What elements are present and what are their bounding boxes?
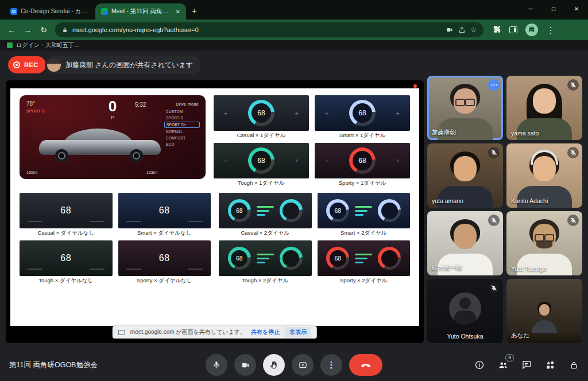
more-options-button[interactable]: ⋮: [320, 354, 342, 376]
person-face: [454, 224, 477, 249]
reload-button[interactable]: ↻: [39, 25, 48, 34]
secondary-dial-center: [381, 250, 398, 267]
eco-bars: [355, 254, 372, 263]
chat-panel-icon[interactable]: [520, 359, 533, 371]
speed-value: 68: [252, 151, 271, 170]
browser-menu-icon[interactable]: ⋮: [546, 25, 555, 36]
dashboard-thumbnail: 68Smart × ダイヤルなし: [118, 193, 211, 237]
meeting-details-icon[interactable]: [473, 359, 486, 371]
speed-value: 68: [60, 205, 71, 216]
thumbnail-caption: Casual × ダイヤルなし: [20, 228, 113, 237]
person-body: [517, 118, 572, 140]
new-tab-button[interactable]: +: [192, 6, 197, 15]
drive-mode-option: SPORT S+: [164, 122, 200, 128]
person-face: [533, 88, 556, 114]
person-face: [454, 156, 477, 181]
bookmark-item[interactable]: ログイン・大和町五丁...: [16, 41, 79, 49]
tab-meet[interactable]: Meet - 第11回 両角研OGOB勉 ✕: [95, 3, 186, 20]
activities-icon[interactable]: [544, 359, 556, 371]
tick-mark: [126, 221, 141, 222]
participant-tile[interactable]: Yuto Ohtsuka: [427, 279, 503, 343]
share-icon[interactable]: [458, 26, 466, 34]
participant-tile[interactable]: 加藤康朝⋯: [427, 76, 503, 140]
tick-mark: [126, 269, 141, 270]
present-screen-button[interactable]: [292, 354, 314, 376]
eco-bar: [257, 206, 274, 208]
dashboard-image: 68: [318, 240, 411, 276]
tab-close-icon[interactable]: ✕: [176, 9, 180, 15]
person-body: [517, 186, 572, 208]
dashboard-image: 68: [219, 240, 312, 276]
stop-sharing-button[interactable]: 共有を停止: [251, 328, 280, 336]
tab-label: Meet - 第11回 両角研OGOB勉: [111, 7, 172, 15]
eco-bars: [257, 206, 274, 216]
speed-dial: 68: [248, 147, 274, 174]
meeting-title: 第11回 両角研OGOB勉強会: [9, 360, 98, 370]
lock-icon: [62, 27, 68, 33]
hero-speed: 0: [109, 98, 117, 115]
person-face: [533, 156, 556, 181]
person-face: [454, 88, 477, 114]
mic-muted-icon: [488, 215, 500, 226]
participant-tile[interactable]: あなた: [506, 279, 582, 343]
dashboard-image: 68: [118, 193, 211, 228]
secondary-dial-center: [283, 250, 299, 267]
drive-mode-list: CUSTOMSPORT SSPORT S+NORMALCOMFORTECO: [164, 109, 200, 147]
cast-icon: [118, 330, 125, 335]
eco-bar: [257, 210, 269, 212]
glasses-icon: [455, 99, 475, 104]
people-panel-icon[interactable]: 9: [497, 359, 509, 371]
screenshare-banner: 加藤康朝 さんの画面が共有されています: [45, 56, 201, 74]
participant-tile[interactable]: 鈴木悠一朗: [427, 211, 503, 275]
rec-label: REC: [24, 61, 38, 68]
dashboard-thumbnail: 68Sporty × ダイヤルなし: [118, 240, 211, 285]
bookmark-star-icon[interactable]: ☆: [470, 26, 477, 34]
participant-tile[interactable]: yama sato: [506, 76, 582, 140]
dashboard-image: +68+: [315, 143, 410, 178]
crosshair-icon: +: [396, 110, 400, 116]
thumbnail-caption: Tough × ダイヤルなし: [20, 276, 113, 285]
hide-toast-button[interactable]: 非表示: [285, 327, 311, 337]
toolbar-actions: 両 ⋮: [493, 24, 555, 36]
dashboard-thumbnail: 68Casual × 2ダイヤル: [219, 193, 312, 237]
bookmark-favicon-icon: [7, 42, 13, 48]
minimize-button[interactable]: ─: [519, 0, 542, 17]
tab-calendar[interactable]: 31 Co-Design Sendai - カレンダー - 20: [5, 3, 95, 20]
dashboard-image: +68+: [214, 143, 309, 178]
back-button[interactable]: ←: [7, 25, 16, 34]
eco-bar: [257, 254, 274, 255]
microphone-button[interactable]: [206, 354, 227, 376]
maximize-button[interactable]: □: [542, 0, 565, 17]
recording-badge: REC: [8, 56, 46, 73]
host-controls-lock-icon[interactable]: [567, 359, 580, 371]
side-panel-icon[interactable]: [509, 26, 517, 33]
camera-button[interactable]: [234, 354, 256, 376]
tick-mark: [90, 269, 105, 270]
tick-mark: [28, 221, 42, 222]
person-body: [517, 254, 572, 275]
person-beard: [536, 241, 552, 248]
hero-range-left: 160mi: [26, 170, 37, 174]
participant-tile[interactable]: Yuta Tsuruga: [506, 211, 582, 275]
end-call-button[interactable]: [349, 354, 382, 376]
tile-options-button[interactable]: ⋯: [488, 79, 500, 91]
raise-hand-button[interactable]: [263, 354, 285, 376]
tick-mark: [188, 221, 203, 222]
calendar-favicon-icon: 31: [10, 8, 17, 15]
close-window-button[interactable]: ✕: [565, 0, 588, 17]
participant-name: Kunito Adachi: [511, 197, 548, 204]
eco-bar: [355, 206, 372, 208]
camera-in-use-icon[interactable]: [446, 26, 454, 33]
forward-button[interactable]: →: [23, 25, 32, 34]
participant-tile[interactable]: yuta amano: [427, 143, 503, 208]
participant-avatar: [449, 293, 481, 325]
profile-avatar[interactable]: 両: [525, 24, 538, 36]
extensions-puzzle-icon[interactable]: [493, 25, 501, 36]
address-bar[interactable]: meet.google.com/ynu-mqno-egb?authuser=0 …: [55, 22, 483, 37]
participant-name: 加藤康朝: [432, 129, 456, 137]
eco-bar: [355, 254, 372, 255]
drive-mode-option: CUSTOM: [164, 109, 200, 114]
participant-tile[interactable]: Kunito Adachi: [506, 143, 582, 208]
person-body: [438, 186, 493, 208]
dashboard-image: 68: [219, 193, 312, 228]
